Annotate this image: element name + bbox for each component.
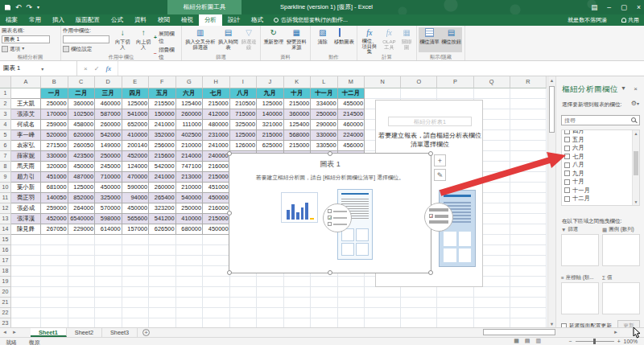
cell[interactable]: 張必成 (11, 203, 41, 214)
col-header-E[interactable]: E (122, 76, 150, 88)
cell[interactable]: 852000 (68, 193, 96, 203)
cell[interactable]: 259000 (41, 120, 68, 130)
cell[interactable]: 451000 (203, 183, 230, 193)
cell[interactable] (149, 277, 176, 287)
cell[interactable]: 二月 (68, 88, 96, 99)
cell[interactable]: 124000 (122, 162, 150, 172)
cell[interactable]: 455000 (338, 99, 365, 109)
col-header-H[interactable]: H (203, 76, 230, 88)
cell[interactable] (41, 235, 68, 245)
expand-field-button[interactable]: +展開欄位 (154, 30, 180, 44)
options-button[interactable]: 選項▾ (2, 45, 50, 52)
cell[interactable] (176, 308, 204, 318)
cell[interactable]: 681000 (41, 183, 68, 193)
cell[interactable]: 323200 (149, 203, 176, 214)
cell[interactable]: 334000 (311, 99, 338, 109)
cell[interactable] (284, 298, 312, 308)
qat-dropdown-icon[interactable]: ▾ (37, 0, 39, 14)
cell[interactable] (176, 256, 204, 266)
resize-handle[interactable] (428, 270, 433, 275)
cell[interactable]: 250000 (95, 151, 122, 162)
cell[interactable] (11, 88, 41, 99)
cell[interactable] (510, 109, 547, 120)
cell[interactable] (257, 308, 284, 318)
cell[interactable]: 三月 (95, 88, 122, 99)
cell[interactable] (338, 298, 365, 308)
cell[interactable] (95, 298, 122, 308)
enter-icon[interactable]: ✓ (94, 65, 100, 72)
cell[interactable] (122, 298, 150, 308)
cell[interactable] (510, 266, 547, 277)
cell[interactable]: 李一峰 (11, 130, 41, 141)
cell[interactable] (365, 287, 401, 298)
area-dropzone[interactable] (561, 282, 599, 314)
field-settings-button[interactable]: 欄位設定 (63, 45, 112, 52)
cell[interactable] (474, 287, 510, 298)
field-list-scrollbar[interactable]: ▲ ▼ (632, 130, 639, 205)
cell[interactable]: 470000 (122, 172, 150, 183)
search-input[interactable]: 搜尋 (561, 115, 640, 125)
name-box-dropdown-icon[interactable]: ▾ (41, 66, 43, 72)
cell[interactable]: 590000 (122, 183, 150, 193)
cell[interactable]: 259000 (41, 203, 68, 214)
scroll-up-icon[interactable]: ▲ (548, 76, 555, 84)
cell[interactable]: 598000 (95, 214, 122, 224)
close-button[interactable]: × (637, 3, 641, 11)
cell[interactable] (510, 287, 547, 298)
col-header-G[interactable]: G (176, 76, 204, 88)
cell[interactable]: 456000 (338, 141, 365, 151)
cell[interactable] (11, 235, 41, 245)
cell[interactable]: 231000 (203, 130, 230, 141)
cell[interactable]: 260000 (95, 120, 122, 130)
ribbon-tab-5[interactable]: 資料 (129, 14, 152, 26)
gear-icon[interactable]: ⚙▾ (631, 100, 639, 107)
cell[interactable] (365, 318, 401, 327)
ribbon-tab-4[interactable]: 公式 (105, 14, 129, 26)
cell[interactable]: 薛家妮 (11, 151, 41, 162)
cell[interactable] (510, 99, 547, 109)
cell[interactable] (149, 266, 176, 277)
cell[interactable] (257, 318, 284, 327)
cell[interactable]: 412000 (203, 109, 230, 120)
cell[interactable] (203, 298, 230, 308)
col-header-M[interactable]: M (338, 76, 365, 88)
cell[interactable] (68, 277, 96, 287)
cell[interactable] (338, 308, 365, 318)
cell[interactable]: 215000 (284, 99, 312, 109)
drill-down-button[interactable]: ↓向下切入 (112, 27, 133, 52)
cell[interactable]: 喬正羽 (11, 193, 41, 203)
cell[interactable] (510, 298, 547, 308)
field-checkbox[interactable] (564, 137, 570, 142)
cell[interactable] (95, 277, 122, 287)
cell[interactable]: 140050 (41, 193, 68, 203)
cell[interactable]: 450000 (203, 193, 230, 203)
field-item-3[interactable]: 七月 (564, 153, 638, 162)
zoom-slider[interactable] (576, 341, 614, 342)
row-header-9[interactable]: 9 (0, 172, 11, 183)
cell[interactable] (68, 245, 96, 256)
vertical-scrollbar[interactable]: ▲ ▼ (547, 76, 555, 327)
page-layout-view-icon[interactable]: ▤ (525, 338, 530, 344)
resize-handle[interactable] (227, 270, 232, 275)
scrollbar-thumb[interactable] (483, 329, 555, 335)
field-item-1[interactable]: 五月 (564, 136, 638, 145)
cell[interactable] (203, 235, 230, 245)
redo-icon[interactable]: ↷ (27, 0, 33, 14)
refresh-button[interactable]: ↻重新整理 (262, 27, 285, 52)
cell[interactable]: 216000 (203, 162, 230, 172)
col-header-B[interactable]: B (41, 76, 68, 88)
ribbon-tab-9[interactable]: 設計 (222, 14, 246, 26)
cell[interactable]: 十二月 (338, 88, 365, 99)
cell[interactable]: 360000 (284, 109, 312, 120)
cell[interactable]: 214500 (338, 109, 365, 120)
cell[interactable]: 五月 (149, 88, 176, 99)
horizontal-scrollbar[interactable]: ► (483, 328, 620, 336)
cell[interactable]: 125000 (230, 130, 258, 141)
chart-name-input[interactable]: 圖表 1 (2, 35, 50, 43)
resize-handle[interactable] (227, 151, 232, 156)
cell[interactable] (122, 277, 150, 287)
cell[interactable] (95, 245, 122, 256)
cell[interactable] (41, 298, 68, 308)
cell[interactable] (338, 277, 365, 287)
cell[interactable] (311, 298, 338, 308)
